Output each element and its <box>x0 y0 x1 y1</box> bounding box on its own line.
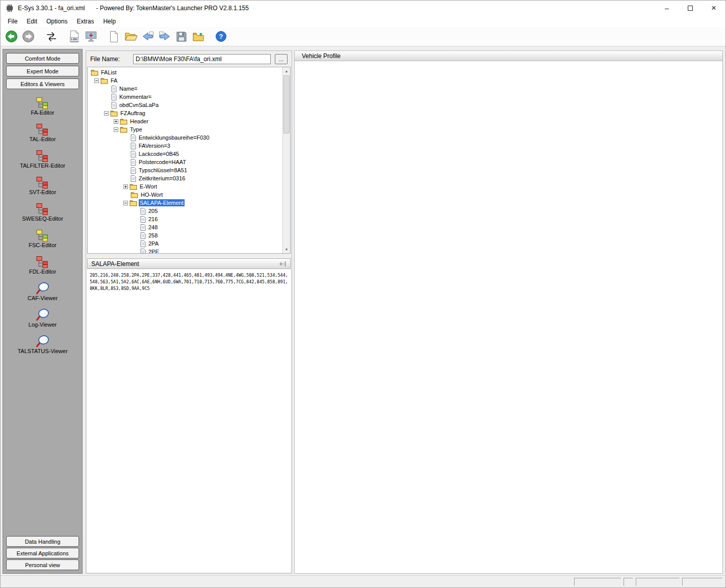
tree-node-label: Entwicklungsbaureihe=F030 <box>138 134 211 141</box>
expand-icon[interactable] <box>123 184 128 189</box>
expander-spacer <box>103 87 110 91</box>
doc-icon <box>131 143 136 149</box>
tree-red-icon <box>36 175 49 189</box>
tree-node-typschl-ssel-8a51[interactable]: Typschlüssel=8A51 <box>88 166 282 174</box>
sidebar-tool-fa-editor[interactable]: FA-Editor <box>31 95 55 116</box>
status-cell-1 <box>574 578 621 586</box>
close-button[interactable]: × <box>702 1 725 16</box>
sidebar-tool-tal-editor[interactable]: TAL-Editor <box>30 122 56 142</box>
titlebar: E-Sys 3.30.1 - fa_ori.xml - Powered By: … <box>1 1 725 16</box>
collapse-icon[interactable] <box>123 201 128 205</box>
tree-node-e-wort[interactable]: E-Wort <box>88 182 282 191</box>
tree-node-fzauftrag[interactable]: FZAuftrag <box>88 109 282 117</box>
data-handling-button[interactable]: Data Handling <box>6 536 79 547</box>
tree-node-ho-wort[interactable]: HO-Wort <box>88 191 282 199</box>
tree-node-name[interactable]: Name= <box>88 85 282 93</box>
scrollbar-thumb[interactable] <box>283 75 290 133</box>
menu-extras[interactable]: Extras <box>72 17 98 26</box>
tree-node-obdcvnsalapa[interactable]: obdCvnSaLaPa <box>88 101 282 109</box>
salapa-content[interactable]: 205,216,248,258,2PA,2PE,337,428,441,465,… <box>87 269 291 572</box>
tree-node-248[interactable]: 248 <box>88 223 282 231</box>
back-button[interactable] <box>4 29 19 44</box>
doc-icon <box>131 159 136 166</box>
export-button[interactable] <box>157 29 172 44</box>
tree-red-icon <box>36 148 49 162</box>
connect-icon <box>45 31 58 42</box>
scrollbar-track[interactable] <box>283 75 290 246</box>
scroll-down-button[interactable]: ▼ <box>283 246 290 253</box>
tree-node-258[interactable]: 258 <box>88 231 282 239</box>
tree-node-kommentar[interactable]: Kommentar= <box>88 93 282 101</box>
help-button[interactable]: ? <box>213 29 229 44</box>
tree-node-label: FAList <box>100 69 118 76</box>
log-button[interactable]: LOG <box>66 29 82 44</box>
open-file-button[interactable] <box>123 29 139 44</box>
expand-icon[interactable] <box>113 119 119 124</box>
menu-options[interactable]: Options <box>42 17 72 26</box>
menu-file[interactable]: File <box>3 17 22 26</box>
tree-node-polstercode-haat[interactable]: Polstercode=HAAT <box>88 158 282 166</box>
tree-node-lackcode-0b45[interactable]: Lackcode=0B45 <box>88 150 282 158</box>
tree-node-label: 2PE <box>147 248 160 253</box>
save-icon <box>176 31 187 42</box>
minimize-button[interactable]: – <box>655 1 679 16</box>
sidebar-tool-talfilter-editor[interactable]: TALFILTER-Editor <box>20 148 65 169</box>
comfort-mode-button[interactable]: Comfort Mode <box>6 53 79 64</box>
fa-tree: FAListFAName=Kommentar=obdCvnSaLaPaFZAuf… <box>88 67 282 253</box>
folder-icon <box>129 200 137 206</box>
save-button[interactable] <box>173 29 189 44</box>
tree-node-label: 216 <box>147 216 159 223</box>
file-name-input[interactable] <box>133 54 271 64</box>
editors-viewers-button[interactable]: Editors & Viewers <box>6 78 79 89</box>
maximize-button[interactable] <box>679 1 702 16</box>
tree-node-205[interactable]: 205 <box>88 207 282 215</box>
sidebar-tool-fdl-editor[interactable]: FDL-Editor <box>29 254 56 275</box>
tree-node-zeitkriterium-0316[interactable]: Zeitkriterium=0316 <box>88 174 282 182</box>
connect-button[interactable] <box>43 29 59 44</box>
external-applications-button[interactable]: External Applications <box>6 548 79 558</box>
tree-node-label: 258 <box>147 232 159 239</box>
expander-spacer <box>103 103 110 108</box>
menu-help[interactable]: Help <box>98 17 120 26</box>
dock-panel-icon[interactable] <box>279 261 287 267</box>
sidebar-tool-svt-editor[interactable]: SVT-Editor <box>29 175 56 195</box>
tree-node-type[interactable]: Type <box>88 125 282 133</box>
collapse-icon[interactable] <box>94 78 99 83</box>
read-vehicle-button[interactable] <box>83 29 99 44</box>
tree-node-2pa[interactable]: 2PA <box>88 239 282 248</box>
tree-node-fa[interactable]: FA <box>88 76 282 85</box>
expander-spacer <box>123 152 129 156</box>
scroll-up-button[interactable]: ▲ <box>283 67 290 75</box>
browse-button[interactable]: ... <box>275 54 288 64</box>
sidebar-bottom: Data Handling External Applications Pers… <box>6 535 80 571</box>
tree-node-entwicklungsbaureihe-f030[interactable]: Entwicklungsbaureihe=F030 <box>88 133 282 142</box>
tree-scrollbar[interactable]: ▲ ▼ <box>282 67 290 253</box>
expander-spacer <box>133 217 139 222</box>
collapse-icon[interactable] <box>113 127 119 132</box>
folder-icon <box>131 192 138 198</box>
forward-icon <box>22 30 35 43</box>
forward-button[interactable] <box>20 29 36 44</box>
sidebar-tools: FA-EditorTAL-EditorTALFILTER-EditorSVT-E… <box>6 95 80 535</box>
expert-mode-button[interactable]: Expert Mode <box>6 66 79 76</box>
collapse-icon[interactable] <box>103 111 109 116</box>
tree-node-216[interactable]: 216 <box>88 215 282 223</box>
close-file-button[interactable] <box>190 29 206 44</box>
new-file-button[interactable] <box>106 29 122 44</box>
tree-node-salapa-element[interactable]: SALAPA-Element <box>88 199 282 207</box>
menu-edit[interactable]: Edit <box>22 17 42 26</box>
sidebar-tool-caf-viewer[interactable]: CAF-Viewer <box>28 281 58 301</box>
tree-node-header[interactable]: Header <box>88 117 282 125</box>
import-button[interactable] <box>140 29 155 44</box>
tree-node-label: FZAuftrag <box>119 110 146 117</box>
tree-node-label: FAVersion=3 <box>138 142 171 149</box>
sidebar-tool-talstatus-viewer[interactable]: TALSTATUS-Viewer <box>17 334 67 354</box>
folder-icon <box>110 110 118 117</box>
sidebar-tool-log-viewer[interactable]: Log-Viewer <box>29 307 57 328</box>
tree-node-2pe[interactable]: 2PE <box>88 248 282 253</box>
personal-view-button[interactable]: Personal view <box>6 559 79 570</box>
sidebar-tool-sweseq-editor[interactable]: SWESEQ-Editor <box>22 201 63 222</box>
tree-node-falist[interactable]: FAList <box>88 68 282 76</box>
tree-node-faversion-3[interactable]: FAVersion=3 <box>88 142 282 150</box>
sidebar-tool-fsc-editor[interactable]: FSC-Editor <box>29 228 56 248</box>
